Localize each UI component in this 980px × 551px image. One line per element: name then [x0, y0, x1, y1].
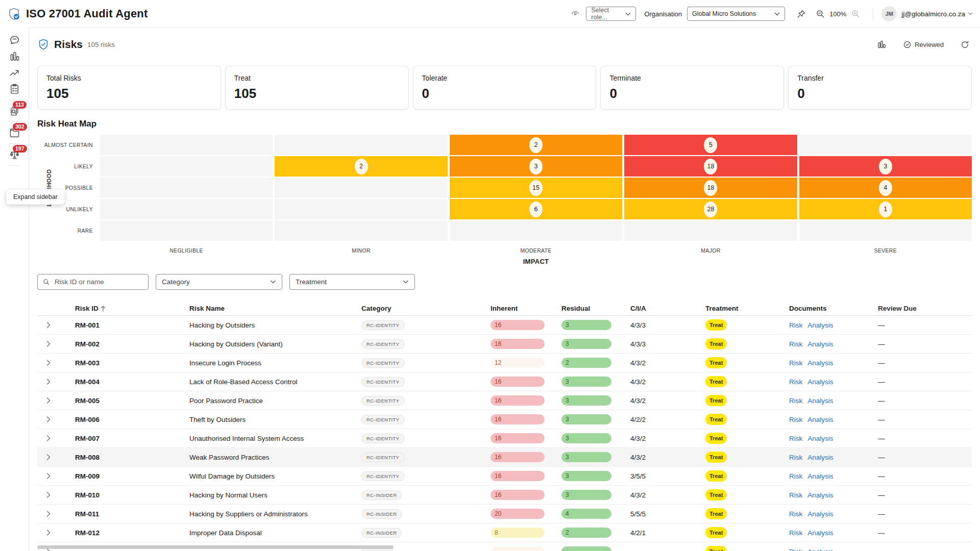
analysis-document-link[interactable]: Analysis — [807, 321, 833, 329]
sidebar-item-chat[interactable] — [0, 32, 29, 48]
table-row[interactable]: RM-002 Hacking by Outsiders (Variant) RC… — [37, 335, 972, 354]
heatmap-cell[interactable] — [275, 199, 447, 219]
organisation-select[interactable]: Global Micro Solutions — [687, 7, 785, 21]
heatmap-cell[interactable]: 2 — [275, 156, 447, 177]
sidebar-item-folder[interactable]: 302 — [0, 124, 29, 141]
table-row[interactable]: RM-010 Hacking by Normal Users RC-INSIDE… — [37, 486, 972, 505]
risk-document-link[interactable]: Risk — [789, 472, 802, 480]
analysis-document-link[interactable]: Analysis — [807, 491, 833, 499]
row-expand-button[interactable] — [37, 530, 63, 536]
view-eye-icon[interactable] — [569, 7, 582, 20]
analysis-document-link[interactable]: Analysis — [807, 416, 833, 423]
risk-document-link[interactable]: Risk — [789, 378, 802, 386]
row-expand-button[interactable] — [37, 341, 63, 347]
column-header-residual[interactable]: Residual — [549, 305, 618, 312]
risk-document-link[interactable]: Risk — [789, 491, 802, 499]
column-header-review-due[interactable]: Review Due — [866, 305, 972, 312]
chart-view-icon[interactable] — [874, 37, 889, 52]
role-select[interactable]: Select role... — [586, 7, 636, 21]
heatmap-cell[interactable]: 28 — [624, 199, 797, 219]
column-header-documents[interactable]: Documents — [777, 305, 866, 312]
horizontal-scrollbar-thumb[interactable] — [37, 545, 394, 549]
analysis-document-link[interactable]: Analysis — [807, 340, 833, 348]
heatmap-cell[interactable]: 3 — [799, 156, 972, 177]
row-expand-button[interactable] — [37, 454, 63, 460]
zoom-out-icon[interactable] — [813, 7, 827, 21]
heatmap-cell[interactable] — [275, 220, 447, 241]
risk-document-link[interactable]: Risk — [789, 529, 802, 537]
row-expand-button[interactable] — [37, 473, 63, 479]
table-row[interactable]: RM-004 Lack of Role-Based Access Control… — [37, 372, 972, 391]
user-email[interactable]: jj@globalmicro.co.za — [901, 10, 965, 18]
heatmap-cell[interactable] — [100, 135, 273, 155]
heatmap-cell[interactable]: 4 — [799, 178, 972, 198]
heatmap-cell[interactable] — [450, 220, 622, 241]
heatmap-cell[interactable] — [100, 199, 273, 219]
heatmap-cell[interactable]: 15 — [450, 178, 622, 198]
row-expand-button[interactable] — [37, 397, 63, 404]
heatmap-cell[interactable]: 1 — [799, 199, 972, 219]
heatmap-cell[interactable] — [799, 220, 972, 241]
heatmap-cell[interactable] — [100, 220, 273, 241]
search-input[interactable] — [54, 278, 135, 286]
row-expand-button[interactable] — [37, 379, 63, 385]
heatmap-cell[interactable]: 5 — [624, 135, 797, 155]
row-expand-button[interactable] — [37, 492, 63, 498]
column-header-risk-id[interactable]: Risk ID — [63, 305, 177, 312]
row-expand-button[interactable] — [37, 360, 63, 366]
heatmap-cell[interactable]: 18 — [624, 156, 797, 177]
table-row[interactable]: RM-007 Unauthorised Internal System Acce… — [37, 429, 972, 448]
analysis-document-link[interactable]: Analysis — [807, 378, 833, 386]
risk-document-link[interactable]: Risk — [789, 321, 802, 329]
table-row[interactable]: RM-008 Weak Password Practices RC-IDENTI… — [37, 448, 972, 467]
heatmap-cell[interactable] — [624, 220, 797, 241]
heatmap-cell[interactable] — [275, 178, 447, 198]
heatmap-cell[interactable]: 18 — [624, 178, 797, 198]
row-expand-button[interactable] — [37, 511, 63, 517]
analysis-document-link[interactable]: Analysis — [807, 454, 833, 461]
table-row[interactable]: RM-005 Poor Password Practice RC-IDENTIT… — [37, 391, 972, 410]
heatmap-cell[interactable] — [799, 135, 972, 155]
avatar[interactable]: JM — [881, 6, 897, 21]
table-row[interactable]: RM-012 Improper Data Disposal RC-INSIDER… — [37, 523, 972, 542]
risk-document-link[interactable]: Risk — [789, 435, 802, 442]
analysis-document-link[interactable]: Analysis — [807, 529, 833, 537]
pin-icon[interactable] — [794, 7, 808, 21]
reviewed-toggle[interactable]: Reviewed — [900, 40, 947, 49]
heatmap-cell[interactable]: 2 — [450, 135, 622, 155]
sidebar-item-trend[interactable] — [0, 64, 29, 81]
treatment-filter[interactable]: Treatment — [289, 274, 415, 290]
column-header-inherent[interactable]: Inherent — [478, 305, 549, 312]
risk-document-link[interactable]: Risk — [789, 340, 802, 348]
risk-document-link[interactable]: Risk — [789, 359, 802, 367]
table-row[interactable]: RM-011 Hacking by Suppliers or Administr… — [37, 505, 972, 523]
sidebar-item-scale[interactable]: 197 — [0, 146, 29, 163]
zoom-in-icon[interactable] — [848, 7, 863, 21]
column-header-cia[interactable]: C/I/A — [618, 305, 693, 312]
analysis-document-link[interactable]: Analysis — [807, 548, 833, 551]
heatmap-cell[interactable] — [100, 178, 273, 198]
risk-document-link[interactable]: Risk — [789, 510, 802, 518]
risk-document-link[interactable]: Risk — [789, 416, 802, 423]
risk-search-box[interactable] — [37, 274, 149, 290]
analysis-document-link[interactable]: Analysis — [807, 359, 833, 367]
sidebar-item-doc-search[interactable]: 113 — [0, 103, 29, 119]
row-expand-button[interactable] — [37, 435, 63, 441]
analysis-document-link[interactable]: Analysis — [807, 435, 833, 442]
table-row[interactable]: RM-006 Theft by Outsiders RC-IDENTITY 16… — [37, 410, 972, 429]
sidebar-item-checklist[interactable] — [0, 81, 29, 97]
heatmap-cell[interactable]: 3 — [450, 156, 622, 177]
sidebar-item-bar-chart[interactable] — [0, 48, 29, 64]
row-expand-button[interactable] — [37, 322, 63, 328]
risk-document-link[interactable]: Risk — [789, 548, 802, 551]
category-filter[interactable]: Category — [156, 274, 282, 290]
chevron-down-icon[interactable] — [968, 12, 973, 15]
column-header-treatment[interactable]: Treatment — [693, 305, 777, 312]
column-header-risk-name[interactable]: Risk Name — [177, 305, 349, 312]
row-expand-button[interactable] — [37, 416, 63, 422]
risk-document-link[interactable]: Risk — [789, 454, 802, 461]
refresh-icon[interactable] — [958, 38, 972, 52]
table-row[interactable]: RM-003 Insecure Login Process RC-IDENTIT… — [37, 354, 972, 372]
column-header-category[interactable]: Category — [349, 305, 478, 312]
heatmap-cell[interactable] — [275, 135, 447, 155]
